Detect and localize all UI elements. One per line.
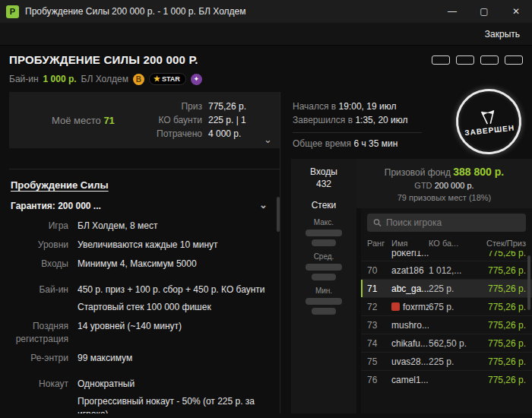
player-row[interactable]: 72 foxrmz 675 р. 775,26 р. xyxy=(361,297,532,315)
app-logo-icon: P xyxy=(6,5,19,18)
overview-row: Входы Минимум 4, Максимум 5000 xyxy=(11,258,272,271)
player-stack-prize: 775,26 р. xyxy=(473,375,526,385)
overview-row-value: 99 максимум xyxy=(78,352,132,365)
maximize-button[interactable]: ▢ xyxy=(468,0,500,23)
avatar-icon xyxy=(391,302,400,311)
divider xyxy=(293,132,422,133)
col-ko: КО ба... xyxy=(429,239,473,248)
status-box: Начался в 19:00, 19 июл Завершился в 1:3… xyxy=(291,92,532,159)
window-title: Пробуждение Силы 200 000 р. - 1 000 р. Б… xyxy=(25,6,245,17)
overview-row-label: Ре-энтри xyxy=(11,352,78,365)
player-rank: 73 xyxy=(367,320,391,331)
overview-row-value-2: Стартовый стек 100 000 фишек xyxy=(78,301,265,314)
entries-value: 432 xyxy=(291,179,356,189)
my-result-summary: Моё место 71 Приз 775,26 р. КО баунти 22… xyxy=(9,92,280,148)
tournament-title: ПРОБУЖДЕНИЕ СИЛЫ 200 000 Р. xyxy=(9,53,198,66)
buyin-row: Бай-ин 1 000 р. БЛ Холдем B ★ STAR ✦ xyxy=(0,68,532,92)
bonus-coin-icon: B xyxy=(133,74,144,85)
player-row[interactable]: 74 chikafu... 562,50 р. 775,26 р. xyxy=(361,334,532,352)
player-row[interactable]: 71 abc_ga... 225 р. 775,26 р. xyxy=(361,279,532,297)
avg-stack-masked-value xyxy=(306,264,342,271)
my-place-value: 71 xyxy=(103,115,114,126)
ended-value: 1:35, 20 июл xyxy=(355,115,407,125)
header-action-button[interactable] xyxy=(505,55,523,65)
minimize-button[interactable]: — xyxy=(436,0,468,23)
finish-flags-icon xyxy=(476,108,500,125)
overview-row: Бай-ин 450 р. приз + 100 р. сбор + 450 р… xyxy=(11,283,272,314)
header-action-button[interactable] xyxy=(432,55,450,65)
overview-row-value: Однократный Прогрессивный нокаут - 50% (… xyxy=(78,378,272,413)
min-stack-masked-value xyxy=(312,308,336,315)
total-time-label: Общее время xyxy=(293,138,351,149)
my-summary-stats: Приз 775,26 р. КО баунти 225 р. | 1 Потр… xyxy=(157,101,246,139)
chevron-down-icon[interactable]: ⌄ xyxy=(259,199,268,211)
overview-row-label: Нокаут xyxy=(11,378,78,413)
vip-icon: ✦ xyxy=(191,74,202,85)
player-search[interactable] xyxy=(367,214,526,232)
player-name: abc_ga... xyxy=(391,283,429,294)
overview-details: Игра БЛ Холдем, 8 мест Уровни Увеличиваю… xyxy=(11,220,272,413)
summary-stat-label: Потрачено xyxy=(157,128,202,139)
summary-stat-value: 225 р. | 1 xyxy=(208,115,246,125)
search-icon xyxy=(373,218,382,227)
overview-panel: Пробуждение Силы Гарантия: 200 000 ... ⌄… xyxy=(9,169,280,413)
stacks-label: Стеки xyxy=(291,200,356,211)
overview-row-label: Уровни xyxy=(11,239,78,252)
player-row[interactable]: 76 camel1... 775,26 р. xyxy=(361,370,532,388)
search-input[interactable] xyxy=(386,217,520,228)
entries-stats-column: Входы 432 Стеки Макс. Сред. Мин. xyxy=(291,159,356,413)
player-ko-bounty: 675 р. xyxy=(429,302,473,312)
guarantee-text: Гарантия: 200 000 ... xyxy=(11,201,101,211)
prize-pool-value: 388 800 р. xyxy=(453,166,504,178)
overview-row-value-2: Прогрессивный нокаут - 50% (от 225 р. за… xyxy=(78,395,272,413)
col-name: Имя xyxy=(391,239,429,248)
buyin-value: 1 000 р. xyxy=(43,74,77,84)
lobby-tabs xyxy=(9,156,280,169)
gtd-value: 200 000 р. xyxy=(435,181,474,190)
player-stack-prize: 775,26 р. xyxy=(473,320,526,331)
player-name: camel1... xyxy=(391,375,429,385)
header-action-button[interactable] xyxy=(480,55,499,65)
overview-row: Игра БЛ Холдем, 8 мест xyxy=(11,220,272,233)
player-ko-bounty: 562,50 р. xyxy=(429,338,473,349)
left-column: Моё место 71 Приз 775,26 р. КО баунти 22… xyxy=(9,92,280,413)
overview-row-label: Бай-ин xyxy=(11,283,78,314)
player-name: azat186 xyxy=(391,265,429,276)
paid-places: 79 призовых мест (18%) xyxy=(361,193,527,202)
player-row[interactable]: 70 azat186 1 012,... 775,26 р. xyxy=(361,261,532,279)
top-bar: Закрыть xyxy=(0,23,532,46)
summary-stat-label: Приз xyxy=(157,101,202,112)
avg-stack-label: Сред. xyxy=(291,252,356,261)
overview-row-label: Игра xyxy=(11,220,78,233)
close-window-button[interactable]: ✕ xyxy=(500,0,532,23)
prize-pool-box: Призовой фонд 388 800 р. GTD 200 000 р. … xyxy=(356,159,532,208)
player-rank: 75 xyxy=(367,356,391,367)
player-name: foxrmz xyxy=(391,302,429,312)
partial-player-row: pokeri1... 775,26 р. xyxy=(361,251,532,261)
avg-stack-masked-value xyxy=(312,274,336,280)
star-icon: ★ xyxy=(154,74,160,83)
started-label: Начался в xyxy=(293,101,336,112)
prize-and-table: Призовой фонд 388 800 р. GTD 200 000 р. … xyxy=(356,159,532,413)
close-lobby-link[interactable]: Закрыть xyxy=(485,29,520,40)
player-rank: 71 xyxy=(367,283,391,294)
header-action-button[interactable] xyxy=(456,55,474,65)
overview-row-label: Входы xyxy=(11,258,78,271)
overview-row-value: 450 р. приз + 100 р. сбор + 450 р. КО ба… xyxy=(78,283,265,314)
chevron-down-icon[interactable]: ⌄ xyxy=(264,134,272,145)
player-row[interactable]: 75 uvas28... 225 р. 775,26 р. xyxy=(361,352,532,370)
player-name: chikafu... xyxy=(391,338,429,349)
my-place-label: Моё место xyxy=(52,115,101,126)
main-area: Моё место 71 Приз 775,26 р. КО баунти 22… xyxy=(0,92,532,413)
player-row[interactable]: 73 mushro... 775,26 р. xyxy=(361,315,532,334)
player-name: mushro... xyxy=(391,320,429,331)
overview-row-value: БЛ Холдем, 8 мест xyxy=(78,220,157,233)
player-stack-prize: 775,26 р. xyxy=(473,356,526,367)
overview-row: Ре-энтри 99 максимум xyxy=(11,352,272,365)
header-buttons xyxy=(432,55,523,65)
entries-label: Входы xyxy=(291,166,356,177)
table-scrollbar[interactable] xyxy=(527,255,530,310)
lobby-header: ПРОБУЖДЕНИЕ СИЛЫ 200 000 Р. xyxy=(0,46,532,68)
player-rank: 74 xyxy=(367,338,391,349)
ended-label: Завершился в xyxy=(293,115,353,125)
